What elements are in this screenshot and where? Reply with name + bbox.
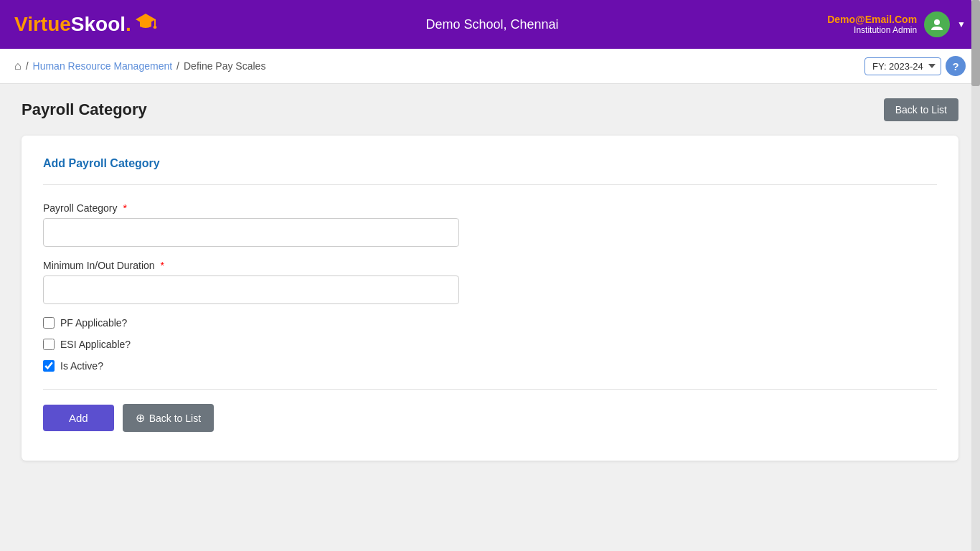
min-duration-label: Minimum In/Out Duration * bbox=[43, 260, 937, 271]
form-bottom-divider bbox=[43, 389, 937, 390]
page-header: Payroll Category Back to List bbox=[22, 98, 958, 121]
logo-skool: Skool bbox=[71, 13, 126, 35]
graduation-cap-icon bbox=[134, 12, 157, 31]
page-title: Payroll Category bbox=[22, 100, 147, 119]
user-role: Institution Admin bbox=[827, 25, 917, 35]
payroll-category-input[interactable] bbox=[43, 218, 459, 247]
breadcrumb: ⌂ / Human Resource Management / Define P… bbox=[14, 60, 265, 72]
svg-rect-1 bbox=[154, 19, 156, 27]
back-btn-icon: ⊕ bbox=[136, 411, 145, 425]
chevron-down-icon[interactable]: ▼ bbox=[957, 19, 966, 29]
is-active-checkbox[interactable] bbox=[43, 360, 55, 372]
add-button[interactable]: Add bbox=[43, 405, 114, 431]
breadcrumb-bar: ⌂ / Human Resource Management / Define P… bbox=[0, 49, 980, 84]
breadcrumb-hrm-link[interactable]: Human Resource Management bbox=[33, 60, 173, 72]
main-content: Payroll Category Back to List Add Payrol… bbox=[0, 84, 980, 475]
pf-applicable-checkbox[interactable] bbox=[43, 317, 55, 329]
fy-selector[interactable]: FY: 2023-24 FY: 2022-23 FY: 2021-22 ? bbox=[864, 56, 966, 76]
esi-applicable-label: ESI Applicable? bbox=[60, 339, 131, 350]
form-top-divider bbox=[43, 184, 937, 185]
school-name: Demo School, Chennai bbox=[425, 17, 558, 32]
scrollbar-thumb[interactable] bbox=[971, 0, 980, 86]
breadcrumb-current: Define Pay Scales bbox=[184, 60, 265, 72]
min-duration-input[interactable] bbox=[43, 276, 459, 304]
form-section-title: Add Payroll Category bbox=[43, 157, 937, 170]
form-card: Add Payroll Category Payroll Category * … bbox=[22, 136, 958, 461]
user-email: Demo@Email.Com bbox=[827, 14, 917, 25]
back-btn-label: Back to List bbox=[149, 413, 201, 424]
avatar[interactable] bbox=[924, 11, 950, 37]
svg-point-2 bbox=[153, 26, 156, 29]
form-actions: Add ⊕ Back to List bbox=[43, 404, 937, 432]
help-button[interactable]: ? bbox=[946, 56, 966, 76]
breadcrumb-sep-1: / bbox=[26, 60, 29, 72]
is-active-label: Is Active? bbox=[60, 360, 103, 372]
user-info: Demo@Email.Com Institution Admin bbox=[827, 14, 917, 35]
pf-applicable-label: PF Applicable? bbox=[60, 317, 127, 329]
fy-select[interactable]: FY: 2023-24 FY: 2022-23 FY: 2021-22 bbox=[864, 57, 941, 75]
back-to-list-bottom-button[interactable]: ⊕ Back to List bbox=[123, 404, 214, 432]
logo: VirtueSkool. bbox=[14, 13, 157, 36]
home-icon[interactable]: ⌂ bbox=[14, 60, 22, 72]
svg-point-3 bbox=[934, 19, 940, 25]
header: VirtueSkool. Demo School, Chennai Demo@E… bbox=[0, 0, 980, 49]
payroll-category-group: Payroll Category * bbox=[43, 202, 937, 247]
person-icon bbox=[930, 17, 944, 32]
required-star-1: * bbox=[123, 202, 126, 214]
is-active-group: Is Active? bbox=[43, 360, 937, 372]
payroll-category-label: Payroll Category * bbox=[43, 202, 937, 214]
min-duration-group: Minimum In/Out Duration * bbox=[43, 260, 937, 304]
scrollbar-track[interactable] bbox=[971, 0, 980, 551]
logo-virtue: Virtue bbox=[14, 13, 71, 35]
logo-period: . bbox=[126, 13, 131, 35]
pf-applicable-group: PF Applicable? bbox=[43, 317, 937, 329]
esi-applicable-checkbox[interactable] bbox=[43, 339, 55, 350]
back-to-list-top-button[interactable]: Back to List bbox=[884, 98, 958, 121]
required-star-2: * bbox=[161, 260, 164, 271]
header-right: Demo@Email.Com Institution Admin ▼ bbox=[827, 11, 966, 37]
esi-applicable-group: ESI Applicable? bbox=[43, 339, 937, 350]
breadcrumb-sep-2: / bbox=[176, 60, 179, 72]
